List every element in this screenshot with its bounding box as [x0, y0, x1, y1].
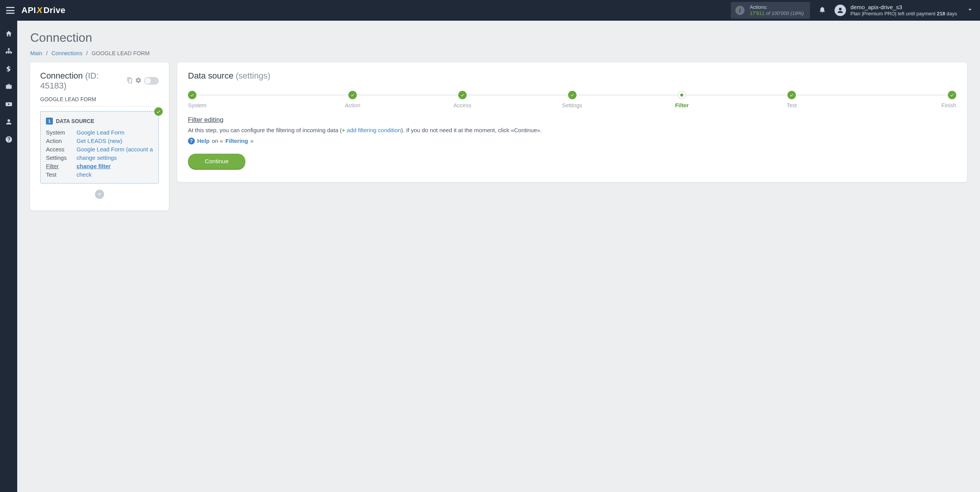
step-dot: [948, 91, 956, 99]
row-system-key: System: [46, 129, 77, 136]
add-filtering-condition-link[interactable]: + add filtering condition: [342, 127, 401, 133]
logo[interactable]: API X Drive: [21, 5, 65, 15]
row-test-key: Test: [46, 171, 77, 178]
step-system[interactable]: System: [188, 91, 298, 108]
step-label: Filter: [675, 102, 689, 108]
breadcrumb-main[interactable]: Main: [30, 50, 42, 56]
nav-connections-icon[interactable]: [4, 47, 13, 56]
enable-toggle[interactable]: [144, 77, 159, 85]
step-dot: [458, 91, 467, 99]
step-filter[interactable]: Filter: [627, 91, 737, 108]
chevron-down-icon: [966, 6, 974, 15]
row-settings-link[interactable]: change settings: [77, 154, 117, 161]
help-link[interactable]: Help: [197, 138, 210, 144]
row-filter-link[interactable]: change filter: [77, 163, 111, 169]
add-block-button[interactable]: +: [95, 190, 104, 199]
row-filter-key: Filter: [46, 163, 77, 169]
stepper: SystemActionAccessSettingsFilterTestFini…: [188, 91, 956, 108]
step-test[interactable]: Test: [737, 91, 847, 108]
breadcrumb: Main / Connections / GOOGLE LEAD FORM: [30, 50, 967, 56]
actions-counter[interactable]: i Actions: 17'911 of 100'000 (18%): [731, 2, 810, 19]
nav-help-icon[interactable]: [4, 135, 13, 144]
actions-values: 17'911 of 100'000 (18%): [750, 10, 804, 16]
page-title: Connection: [30, 31, 967, 45]
nav-home-icon[interactable]: [4, 29, 13, 38]
logo-x-icon: X: [36, 5, 43, 15]
step-dot: [188, 91, 196, 99]
nav-account-icon[interactable]: [4, 117, 13, 126]
actions-label: Actions:: [750, 4, 804, 10]
copy-icon[interactable]: [126, 77, 133, 85]
connection-card: Connection (ID: 45183) GOOGLE LEAD FORM …: [30, 62, 169, 210]
connection-subtitle: GOOGLE LEAD FORM: [40, 96, 159, 107]
step-label: System: [188, 102, 206, 108]
step-label: Settings: [562, 102, 582, 108]
data-source-title: 1 DATA SOURCE: [46, 118, 153, 125]
nav-billing-icon[interactable]: [4, 64, 13, 74]
row-system-link[interactable]: Google Lead Form: [77, 129, 124, 136]
nav-briefcase-icon[interactable]: [4, 82, 13, 91]
user-info: demo_apix-drive_s3 Plan |Premium PRO| le…: [851, 4, 957, 17]
help-topic-link[interactable]: Filtering: [225, 138, 248, 144]
breadcrumb-current: GOOGLE LEAD FORM: [91, 50, 149, 56]
gear-icon[interactable]: [135, 77, 142, 85]
section-paragraph: At this step, you can configure the filt…: [188, 126, 956, 134]
step-finish[interactable]: Finish: [846, 91, 956, 108]
panel-title: Data source (settings): [188, 71, 956, 81]
step-settings[interactable]: Settings: [517, 91, 627, 108]
row-access-key: Access: [46, 146, 77, 153]
step-dot: [568, 91, 577, 99]
check-badge-icon: [154, 107, 163, 116]
step-action[interactable]: Action: [298, 91, 408, 108]
menu-toggle[interactable]: [6, 7, 15, 14]
help-icon: ?: [188, 138, 195, 144]
step-access[interactable]: Access: [407, 91, 517, 108]
row-test-link[interactable]: check: [77, 171, 91, 178]
topbar: API X Drive i Actions: 17'911 of 100'000…: [0, 0, 980, 21]
connection-title: Connection (ID: 45183): [40, 71, 124, 91]
row-action-link[interactable]: Get LEADS (new): [77, 138, 122, 144]
row-action-key: Action: [46, 138, 77, 144]
notifications-icon[interactable]: [818, 6, 826, 15]
logo-text-api: API: [21, 5, 36, 15]
step-label: Access: [453, 102, 471, 108]
data-source-box: 1 DATA SOURCE System Google Lead Form Ac…: [40, 111, 159, 184]
step-label: Test: [787, 102, 797, 108]
help-line: ? Help on «Filtering»: [188, 138, 956, 144]
section-heading: Filter editing: [188, 116, 956, 124]
breadcrumb-connections[interactable]: Connections: [52, 50, 83, 56]
user-menu[interactable]: demo_apix-drive_s3 Plan |Premium PRO| le…: [835, 4, 974, 17]
main-content: Connection Main / Connections / GOOGLE L…: [17, 21, 980, 492]
info-icon: i: [735, 6, 745, 15]
step-dot: [348, 91, 357, 99]
logo-text-drive: Drive: [43, 5, 65, 15]
step-dot: [678, 91, 686, 99]
continue-button[interactable]: Continue: [188, 154, 245, 169]
row-settings-key: Settings: [46, 154, 77, 161]
left-sidebar: [0, 21, 17, 492]
nav-video-icon[interactable]: [4, 100, 13, 109]
row-access-link[interactable]: Google Lead Form (account a: [77, 146, 153, 153]
step-dot: [787, 91, 796, 99]
step-label: Finish: [941, 102, 956, 108]
step-label: Action: [345, 102, 360, 108]
avatar-icon: [835, 5, 846, 16]
data-source-panel: Data source (settings) SystemActionAcces…: [177, 62, 967, 182]
